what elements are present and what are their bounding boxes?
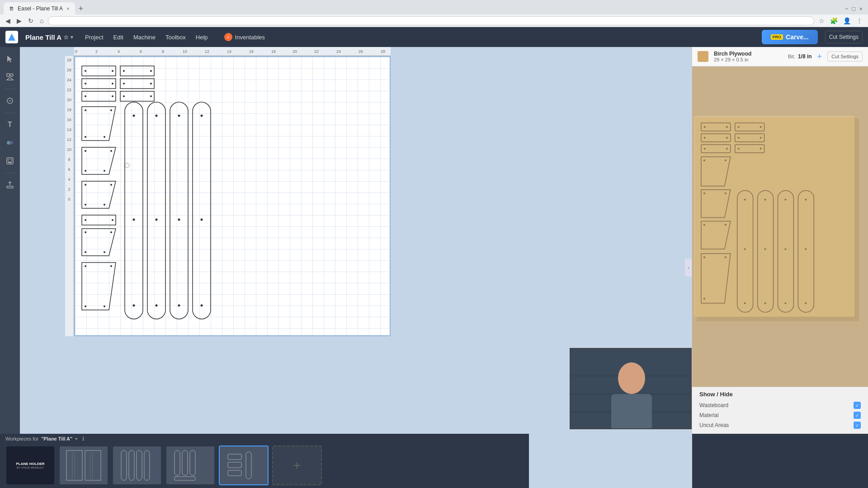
svg-point-126 <box>738 137 740 139</box>
tool-text[interactable]: T <box>2 117 18 133</box>
add-workpiece-btn[interactable]: + <box>272 446 322 485</box>
back-btn[interactable]: ◀ <box>4 16 12 25</box>
add-material-btn[interactable]: + <box>817 52 822 61</box>
browser-tab[interactable]: 🖹 Easel - Plane Till A × <box>4 2 75 15</box>
svg-point-83 <box>85 231 86 233</box>
svg-text:0: 0 <box>68 197 70 202</box>
tool-shapes[interactable] <box>2 69 18 85</box>
tool-apps[interactable] <box>2 135 18 151</box>
right-collapse-btn[interactable]: › <box>685 258 692 277</box>
material-checkbox[interactable]: ✓ <box>854 412 861 419</box>
workpieces-header: Workpieces for "Plane Till A" ▾ ℹ <box>0 434 529 444</box>
carve-button[interactable]: PRO Carve... <box>762 30 818 44</box>
workpiece-thumb-2[interactable] <box>59 446 108 485</box>
svg-text:6: 6 <box>68 167 70 172</box>
svg-point-153 <box>764 248 766 250</box>
inventables-btn[interactable]: i Inventables <box>220 30 270 44</box>
wp2-bg <box>60 446 108 484</box>
svg-text:26: 26 <box>67 68 71 72</box>
wasteboard-label: Wasteboard <box>699 402 728 408</box>
svg-point-62 <box>150 95 152 97</box>
tool-upload[interactable] <box>2 177 18 193</box>
uncut-checkbox[interactable]: ✓ <box>854 422 861 429</box>
svg-rect-178 <box>175 477 195 480</box>
video-overlay <box>570 348 692 429</box>
forward-btn[interactable]: ▶ <box>15 16 24 25</box>
svg-rect-92 <box>125 102 143 319</box>
cut-settings-btn[interactable]: Cut Settings <box>825 31 863 43</box>
svg-point-77 <box>85 204 86 206</box>
svg-marker-63 <box>82 107 116 141</box>
svg-point-86 <box>104 251 105 253</box>
wp5-bg <box>220 446 268 484</box>
svg-text:20: 20 <box>292 49 297 54</box>
svg-point-98 <box>156 219 158 221</box>
shape-group-horizontal <box>82 66 154 101</box>
bookmark-icon[interactable]: ☆ <box>817 16 826 25</box>
menu-icon[interactable]: ⋮ <box>854 16 864 25</box>
svg-text:28: 28 <box>381 49 385 54</box>
svg-text:8: 8 <box>162 49 164 54</box>
svg-rect-171 <box>121 450 127 480</box>
show-hide-panel: Show / Hide Wasteboard ✓ Material ✓ Uncu… <box>692 387 868 434</box>
svg-text:16: 16 <box>249 49 254 54</box>
nav-help[interactable]: Help <box>191 31 212 43</box>
svg-text:20: 20 <box>67 98 71 102</box>
workpiece-thumb-4[interactable] <box>165 446 215 485</box>
nav-toolbox[interactable]: Toolbox <box>161 31 190 43</box>
workpiece-thumb-5[interactable] <box>219 446 269 485</box>
svg-point-157 <box>784 248 786 250</box>
svg-text:0: 0 <box>75 49 77 54</box>
svg-point-64 <box>85 109 86 111</box>
show-hide-material: Material ✓ <box>699 410 861 420</box>
show-hide-wasteboard: Wasteboard ✓ <box>699 400 861 410</box>
svg-rect-173 <box>137 450 142 480</box>
svg-point-105 <box>201 115 203 117</box>
workpieces-dropdown[interactable]: ▾ <box>75 436 78 442</box>
tool-import[interactable] <box>2 153 18 169</box>
chevron-icon[interactable]: ▾ <box>71 34 73 40</box>
svg-rect-45 <box>82 66 116 76</box>
canvas-container <box>74 56 391 336</box>
svg-point-103 <box>178 305 180 307</box>
nav-project[interactable]: Project <box>80 31 108 43</box>
workpieces-info-icon[interactable]: ℹ <box>82 436 85 442</box>
home-btn[interactable]: ⌂ <box>38 16 45 25</box>
tab-close-btn[interactable]: × <box>66 6 69 11</box>
right-panel: Birch Plywood 29 × 29 × 0.5 in Bit: 1/8 … <box>692 47 868 488</box>
wasteboard-checkbox[interactable]: ✓ <box>854 402 861 409</box>
svg-point-135 <box>703 160 705 161</box>
new-tab-btn[interactable]: + <box>75 4 87 14</box>
svg-rect-51 <box>82 91 116 101</box>
shape-group-rounded-vertical <box>125 102 211 319</box>
tool-select[interactable] <box>2 51 18 67</box>
workpiece-thumb-3[interactable] <box>112 446 162 485</box>
cut-settings-btn[interactable]: Cut Settings <box>827 52 863 61</box>
svg-point-127 <box>760 137 762 139</box>
svg-point-118 <box>726 126 728 128</box>
svg-point-67 <box>104 136 105 138</box>
workpieces-for-label: Workpieces for <box>5 436 38 441</box>
workpiece-thumb-1[interactable]: PLANE HOLDER BY STEVE MOSELEY <box>5 446 55 485</box>
tool-circle[interactable] <box>2 93 18 109</box>
svg-point-102 <box>178 219 180 221</box>
extension-icon[interactable]: 🧩 <box>828 16 840 25</box>
svg-rect-60 <box>120 91 154 101</box>
design-svg[interactable] <box>75 57 390 335</box>
nav-machine[interactable]: Machine <box>129 31 160 43</box>
uncut-label: Uncut Areas <box>699 422 729 428</box>
svg-point-123 <box>704 137 706 139</box>
svg-point-145 <box>725 256 726 258</box>
svg-text:18: 18 <box>67 108 71 112</box>
profile-icon[interactable]: 👤 <box>841 16 853 25</box>
left-toolbar: T <box>0 47 20 488</box>
svg-text:6: 6 <box>140 49 142 54</box>
svg-text:4: 4 <box>118 49 120 54</box>
url-input[interactable] <box>48 16 814 25</box>
toolbar-separator-3 <box>5 173 15 173</box>
right-panel-bottom <box>692 434 868 488</box>
star-icon[interactable]: ☆ <box>63 34 69 41</box>
nav-edit[interactable]: Edit <box>109 31 128 43</box>
reload-btn[interactable]: ↻ <box>26 16 35 25</box>
svg-point-99 <box>156 305 158 307</box>
